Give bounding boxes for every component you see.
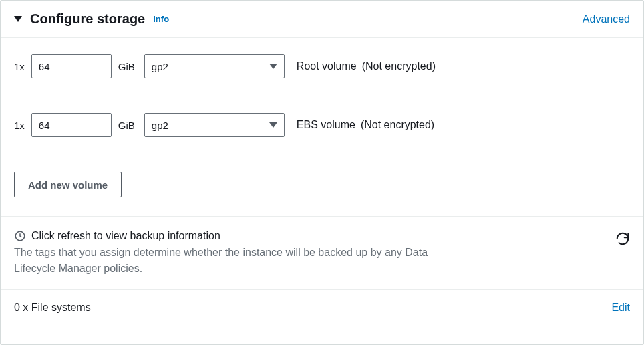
panel-title: Configure storage	[30, 11, 145, 27]
filesystem-section: 0 x File systems Edit	[1, 289, 643, 326]
volume-unit-label: GiB	[118, 120, 135, 131]
edit-filesystem-link[interactable]: Edit	[611, 302, 630, 314]
refresh-icon[interactable]	[615, 231, 630, 246]
volume-count-prefix: 1x	[14, 61, 25, 72]
volume-encryption-label: (Not encrypted)	[362, 60, 436, 72]
chevron-down-icon	[269, 122, 277, 128]
advanced-link[interactable]: Advanced	[583, 13, 630, 25]
volume-size-input[interactable]	[31, 113, 112, 137]
volume-count-prefix: 1x	[14, 120, 25, 131]
volume-type-select[interactable]: gp2	[144, 113, 285, 137]
volume-type-value: gp2	[152, 120, 269, 131]
chevron-down-icon	[269, 64, 277, 69]
volume-type-select[interactable]: gp2	[144, 54, 285, 78]
info-link[interactable]: Info	[153, 14, 169, 24]
panel-body: 1x GiB gp2 Root volume (Not encrypted) 1…	[1, 38, 643, 216]
volume-size-input[interactable]	[31, 54, 112, 78]
volume-label: Root volume	[297, 60, 357, 72]
volume-label: EBS volume	[297, 119, 355, 131]
backup-description: The tags that you assign determine wheth…	[14, 245, 442, 277]
add-new-volume-button[interactable]: Add new volume	[14, 172, 122, 197]
expand-toggle-icon[interactable]	[14, 16, 22, 22]
filesystem-label: 0 x File systems	[14, 302, 611, 314]
history-icon	[14, 230, 26, 242]
volume-encryption-label: (Not encrypted)	[361, 119, 434, 131]
volume-row-ebs: 1x GiB gp2 EBS volume (Not encrypted)	[14, 113, 630, 137]
backup-info-section: Click refresh to view backup information…	[1, 216, 643, 289]
configure-storage-panel: Configure storage Info Advanced 1x GiB g…	[0, 0, 644, 345]
volume-unit-label: GiB	[118, 61, 135, 72]
volume-row-root: 1x GiB gp2 Root volume (Not encrypted)	[14, 54, 630, 78]
panel-header: Configure storage Info Advanced	[1, 1, 643, 38]
volume-type-value: gp2	[152, 61, 269, 72]
backup-title: Click refresh to view backup information	[31, 230, 220, 242]
